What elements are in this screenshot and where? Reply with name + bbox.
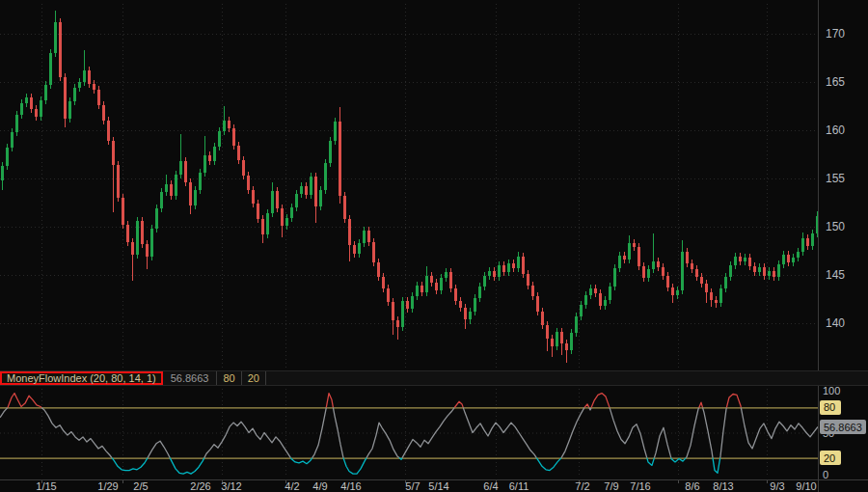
candlestick [613, 268, 616, 287]
candlestick [642, 266, 645, 278]
candlestick [310, 177, 312, 195]
date-label: 7/9 [604, 480, 618, 492]
candlestick [811, 233, 814, 246]
candlestick [551, 339, 554, 346]
candlestick [773, 271, 775, 277]
candlestick [107, 121, 110, 141]
candlestick [208, 155, 211, 161]
candlestick [676, 290, 679, 295]
candlestick [170, 184, 173, 196]
candlestick [141, 221, 144, 244]
mfi-axis-label: 100 [823, 385, 840, 396]
candlestick [150, 229, 153, 257]
last-value-badge-text: 56.8663 [824, 422, 862, 433]
candlestick [199, 173, 202, 190]
candlestick [483, 276, 486, 287]
candlestick [126, 225, 129, 242]
candlestick [363, 231, 366, 243]
candlestick [445, 272, 448, 278]
candlestick [97, 90, 100, 105]
candlestick [40, 100, 42, 117]
candlestick [93, 84, 95, 90]
date-label: 5/7 [405, 480, 420, 492]
indicator-title: MoneyFlowIndex (20, 80, 14, 1) [7, 371, 156, 385]
candlestick [261, 219, 264, 234]
candlestick [305, 186, 308, 195]
candlestick [469, 312, 472, 319]
candlestick [73, 88, 76, 101]
candlestick [657, 261, 660, 267]
candlestick [1, 166, 4, 180]
candlestick [797, 252, 800, 258]
candlestick [768, 271, 771, 276]
candlestick [88, 70, 91, 84]
candlestick [203, 155, 206, 173]
date-label: 8/13 [713, 480, 733, 492]
candlestick [59, 22, 62, 77]
candlestick [493, 271, 496, 277]
price-axis-label: 140 [826, 316, 845, 330]
indicator-oversold-cell: 20 [242, 371, 266, 385]
chart-canvas[interactable]: 170165160155150145140100500802056.86631/… [0, 0, 868, 492]
candlestick [83, 70, 86, 82]
candlestick [628, 243, 631, 260]
candlestick [358, 243, 361, 254]
candlestick [372, 242, 375, 262]
candlestick [546, 325, 549, 339]
indicator-title-box[interactable]: MoneyFlowIndex (20, 80, 14, 1) [0, 371, 163, 385]
candlestick [194, 190, 197, 205]
candlestick [25, 97, 28, 103]
candlestick [377, 262, 380, 277]
price-axis-label: 165 [826, 75, 845, 89]
candlestick [285, 218, 288, 226]
indicator-overbought-cell: 80 [217, 371, 241, 385]
candlestick [271, 191, 274, 213]
candlestick [512, 263, 515, 268]
candlestick [758, 267, 761, 272]
candlestick [459, 301, 462, 308]
candlestick [228, 121, 231, 128]
date-label: 7/16 [630, 480, 650, 492]
candlestick [488, 271, 491, 276]
candlestick [382, 277, 385, 288]
candlestick [232, 128, 235, 146]
candlestick [223, 121, 226, 131]
candlestick [334, 122, 337, 141]
candlestick [78, 82, 81, 88]
candlestick [300, 186, 303, 194]
candlestick [681, 252, 684, 290]
candlestick [729, 265, 732, 277]
candlestick [49, 53, 52, 85]
candlestick [35, 109, 38, 117]
candlestick [411, 296, 414, 309]
price-axis-label: 145 [826, 268, 845, 282]
candlestick [319, 190, 322, 206]
candlestick [599, 293, 602, 306]
candlestick [536, 296, 539, 312]
candlestick [715, 300, 718, 303]
candlestick [556, 332, 558, 346]
candlestick [112, 141, 115, 165]
candlestick [266, 213, 269, 234]
candlestick [787, 255, 790, 262]
price-axis-label: 150 [826, 220, 845, 233]
candlestick [189, 182, 192, 205]
candlestick [666, 276, 669, 287]
candlestick [517, 257, 520, 268]
candlestick [276, 191, 279, 208]
candlestick [570, 333, 573, 350]
candlestick [502, 265, 505, 272]
candlestick [734, 257, 737, 265]
candlestick [580, 305, 583, 316]
candlestick [237, 146, 240, 160]
date-label: 2/26 [190, 480, 210, 492]
mfi-axis-label: 0 [823, 469, 828, 480]
candlestick [348, 219, 351, 245]
candlestick [339, 122, 341, 196]
candlestick [623, 256, 626, 260]
candlestick [531, 286, 534, 296]
candlestick [744, 258, 746, 261]
date-label: 1/29 [97, 480, 118, 492]
date-label: 4/2 [285, 480, 299, 492]
date-label: 6/4 [483, 480, 498, 492]
